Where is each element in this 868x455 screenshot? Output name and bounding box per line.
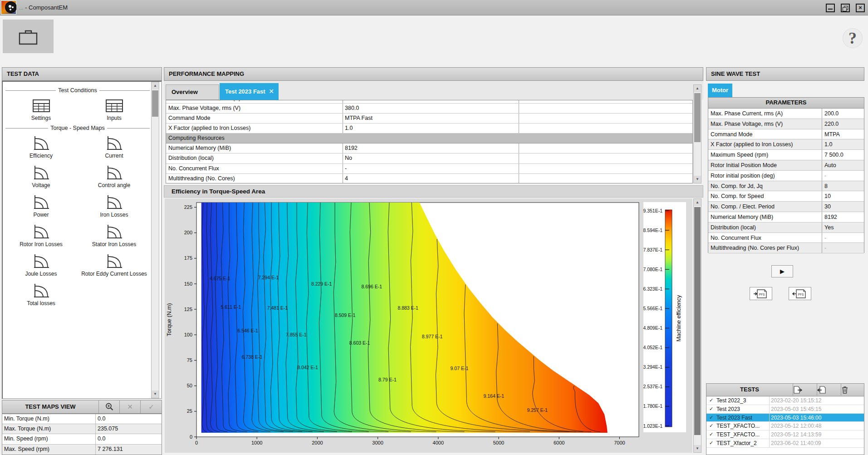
map-item-joule-losses[interactable]: Joule Losses [7,254,75,277]
open-project-button[interactable] [3,20,54,53]
map-item-label: Efficiency [7,153,75,159]
test-name: Test 2023 [716,406,740,412]
close-button[interactable]: × [856,4,865,12]
parameters-title: PARAMETERS [708,98,864,109]
table-row[interactable]: Command ModeMTPA Fast [166,114,692,124]
export-test-button[interactable] [793,384,817,396]
map-item-voltage[interactable]: Voltage [7,165,75,188]
import-test-button[interactable] [817,384,841,396]
svg-text:8.603 E-1: 8.603 E-1 [349,340,370,346]
map-item-rotor-eddy-current-losses[interactable]: Rotor Eddy Current Losses [80,254,148,277]
tab-overview[interactable]: Overview [166,84,219,100]
parameter-row[interactable]: No. Comp. for Jd, Jq8 [708,181,864,192]
parameter-row[interactable]: Command ModeMTPA [708,129,864,140]
test-maps-view-title: TEST MAPS VIEW [2,401,98,413]
table-row[interactable]: Max. Phase Voltage, rms (V)380.0 [166,104,692,114]
map-item-current[interactable]: Current [80,136,148,159]
scrollbar-thumb[interactable] [152,90,158,117]
test-row-test-xfacto-[interactable]: ✓TEST_XFACTO...2023-05-12 14:13:59 [706,430,864,439]
map-item-power[interactable]: Power [7,195,75,218]
parameter-row[interactable]: No. Concurrent Flux- [708,233,864,243]
test-maps-view-header: TEST MAPS VIEW ✕ ✓ [2,400,162,414]
test-row-test-2023-fast[interactable]: ✓Test 2023 Fast2023-05-03 15:46:00 [706,414,864,422]
map-item-iron-losses[interactable]: Iron Losses [80,195,148,218]
table-row[interactable]: No. Concurrent Flux- [166,164,692,174]
delete-test-button[interactable] [841,384,865,396]
parameter-row[interactable]: Maximum Speed (rpm)7 500.0 [708,150,864,160]
import-pfs-button[interactable]: PFS [789,287,811,300]
test-row-test-2023[interactable]: ✓Test 20232023-05-03 15:45:15 [706,405,864,414]
map-item-stator-iron-losses[interactable]: Stator Iron Losses [80,224,148,247]
scroll-up-icon[interactable]: ▲ [152,82,159,89]
torque-speed-map-icon [32,136,50,151]
test-row-test-xfactor-2[interactable]: ✓TEST_Xfactor_22023-06-02 11:40:09 [706,439,864,448]
map-item-label: Joule Losses [7,271,75,277]
parameter-row[interactable]: Max. Phase Current, rms (A)200.0 [708,109,864,119]
map-item-total-losses[interactable]: Total losses [7,283,75,307]
table-row[interactable]: Multithreading (No. Cores)4 [166,174,692,183]
chart-title-bar: Efficiency in Torque-Speed Area [164,185,703,198]
maximize-button[interactable] [841,4,850,12]
test-row-test-xfacto-[interactable]: ✓TEST_XFACTO...2023-05-12 12:00:48 [706,422,864,430]
overview-table-scrollbar[interactable]: ▲ ▼ [693,84,701,183]
scroll-down-icon[interactable]: ▼ [694,445,701,452]
parameter-row[interactable]: No. Comp. for Speed10 [708,191,864,202]
scrollbar-thumb[interactable] [694,93,701,142]
map-item-control-angle[interactable]: Control angle [80,165,148,188]
parameter-row[interactable]: Distribution (local)Yes [708,223,864,233]
parameter-value: 220.0 [824,121,839,127]
row-label: Command Mode [168,115,210,121]
check-icon: ✓ [709,431,713,437]
scroll-down-icon[interactable]: ▼ [694,176,701,183]
run-test-button[interactable]: ▶ [771,265,793,277]
table-row[interactable]: Distribution (local)No [166,153,692,163]
map-item-label: Iron Losses [80,212,148,218]
check-icon: ✓ [709,397,713,403]
parameter-row[interactable]: Max. Phase Voltage, rms (V)220.0 [708,119,864,129]
svg-text:7000: 7000 [614,440,625,445]
map-item-settings[interactable]: Settings [7,98,75,121]
clear-button[interactable]: ✕ [119,401,140,413]
scroll-up-icon[interactable]: ▲ [694,199,701,206]
table-row[interactable]: X Factor (applied to Iron Losses)1.0 [166,124,692,134]
table-section-row[interactable]: Computing Resources [166,134,692,143]
parameter-row[interactable]: No. Comp. / Elect. Period30 [708,202,864,212]
help-button[interactable]: ? [843,28,863,48]
svg-text:9.351E-1: 9.351E-1 [643,208,662,213]
chart-scrollbar[interactable]: ▲ ▼ [693,198,701,453]
export-pfs-button[interactable]: PFS [750,287,772,300]
test-data-scrollbar[interactable]: ▲ ▼ [151,82,159,398]
tab-close-icon[interactable]: ✕ [269,83,274,100]
svg-text:5.566E-1: 5.566E-1 [643,306,662,311]
parameter-row[interactable]: X Factor (applied to Iron Losses)1.0 [708,139,864,150]
zoom-button[interactable] [98,401,119,413]
torque-speed-map-icon [105,136,123,151]
parameter-value: 8 [824,183,828,189]
map-item-efficiency[interactable]: Efficiency [7,136,75,159]
map-item-inputs[interactable]: Inputs [80,98,148,121]
svg-text:25: 25 [187,408,192,414]
test-row-test-2022-3[interactable]: ✓Test 2022_32023-02-20 15:15:12 [706,396,864,405]
table-row[interactable]: Numerical Memory (MiB)8192 [166,143,692,153]
row-label: Max. Speed (rpm) [4,446,49,452]
map-item-label: Current [80,153,148,159]
parameter-row[interactable]: Rotor initial position (deg)- [708,171,864,181]
row-label: X Factor (applied to Iron Losses) [168,125,250,131]
minimize-button[interactable] [826,4,835,12]
scroll-down-icon[interactable]: ▼ [152,391,159,398]
row-value: 8192 [345,145,358,151]
apply-button[interactable]: ✓ [140,401,162,413]
parameter-value: - [824,235,826,241]
svg-text:PFS: PFS [798,293,804,296]
table-row[interactable]: Max. Phase Current, rms (A)200.0 [166,100,692,104]
scrollbar-thumb[interactable] [694,207,701,435]
parameter-row[interactable]: Numerical Memory (MiB)8192 [708,212,864,223]
parameter-row[interactable]: Multithreading (No. Cores per Flux)- [708,243,864,253]
parameter-value: 200.0 [824,110,839,117]
scroll-up-icon[interactable]: ▲ [694,85,701,92]
map-item-rotor-iron-losses[interactable]: Rotor Iron Losses [7,224,75,247]
tab-test-2023-fast[interactable]: Test 2023 Fast ✕ [220,83,279,100]
row-label: Min. Torque (N.m) [4,415,49,422]
parameter-row[interactable]: Rotor Initial Position ModeAuto [708,160,864,171]
tab-motor[interactable]: Motor [708,84,732,97]
